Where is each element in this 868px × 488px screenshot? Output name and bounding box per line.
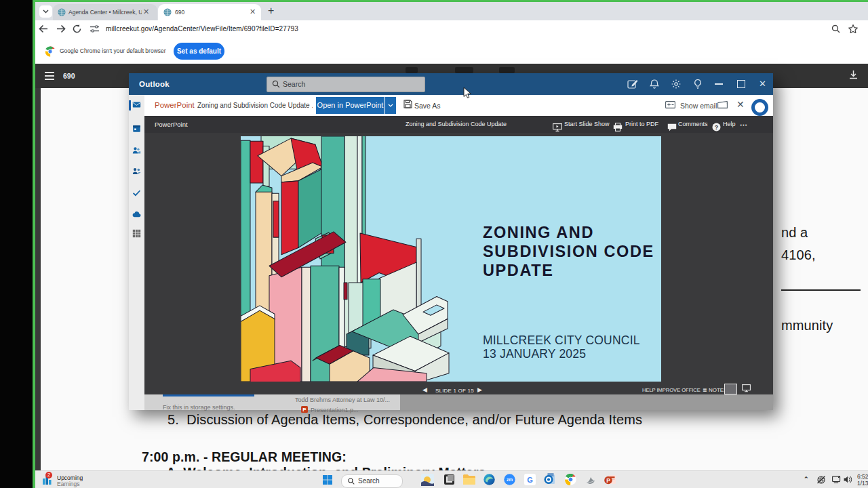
svg-text:zm: zm <box>507 477 513 482</box>
svg-text:P: P <box>606 477 610 484</box>
svg-text:G: G <box>527 476 533 484</box>
svg-text:?: ? <box>715 124 719 131</box>
svg-text:P: P <box>302 407 307 413</box>
